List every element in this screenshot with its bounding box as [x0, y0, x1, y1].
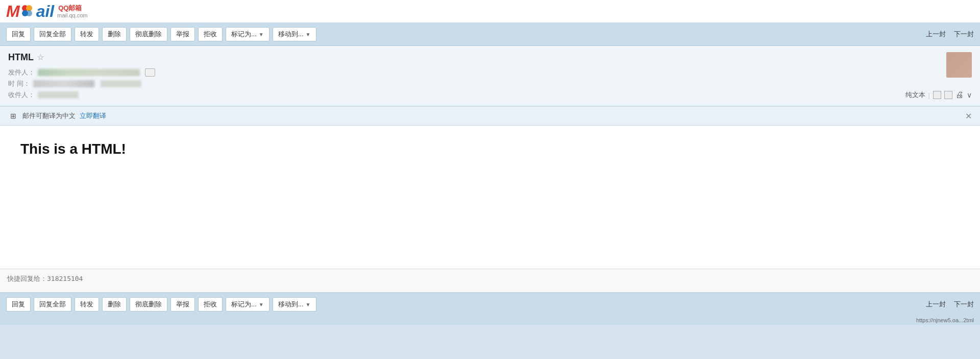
- bottom-next-email-link[interactable]: 下一封: [954, 300, 974, 309]
- bottom-mark-as-button[interactable]: 标记为... ▼: [226, 297, 270, 312]
- view-sep: |: [928, 91, 930, 99]
- report-button[interactable]: 举报: [170, 27, 195, 41]
- reply-button[interactable]: 回复: [6, 27, 31, 41]
- time-extra-blurred: [101, 80, 141, 87]
- email-body-heading: This is a HTML!: [20, 141, 960, 157]
- logo-m: M: [6, 3, 20, 19]
- logo-bar: M ail QQ邮箱 mail.qq.com: [0, 0, 980, 23]
- move-to-chevron: ▼: [306, 32, 311, 37]
- star-icon[interactable]: ☆: [37, 53, 44, 62]
- toolbar-right-nav: 上一封 下一封: [926, 30, 974, 39]
- avatar: [946, 52, 972, 78]
- bottom-reply-all-button[interactable]: 回复全部: [34, 297, 71, 312]
- email-meta: 发件人： 时 间： 收件人：: [8, 68, 972, 100]
- move-to-button[interactable]: 移动到... ▼: [273, 27, 316, 41]
- status-bar: https://njnew5.oa...2tml: [0, 316, 980, 325]
- bottom-delete-perm-button[interactable]: 彻底删除: [130, 297, 167, 312]
- bottom-toolbar-left: 回复 回复全部 转发 删除 彻底删除 举报 拒收 标记为... ▼ 移动到...…: [6, 297, 316, 312]
- next-email-link[interactable]: 下一封: [954, 30, 974, 39]
- move-to-label: 移动到...: [278, 30, 304, 39]
- bottom-move-to-label: 移动到...: [278, 300, 304, 309]
- recipient-row: 收件人：: [8, 90, 972, 100]
- recipient-value-blurred: [38, 91, 79, 99]
- email-wrapper: HTML ☆ 发件人： 时 间： 收件人： 纯文本 |: [0, 46, 980, 293]
- bottom-prev-email-link[interactable]: 上一封: [926, 300, 946, 309]
- bottom-reply-button[interactable]: 回复: [6, 297, 31, 312]
- delete-button[interactable]: 删除: [102, 27, 127, 41]
- time-row: 时 间：: [8, 79, 972, 88]
- toolbar-left-buttons: 回复 回复全部 转发 删除 彻底删除 举报 拒收 标记为... ▼ 移动到...…: [6, 27, 316, 41]
- reply-all-button[interactable]: 回复全部: [34, 27, 71, 41]
- bottom-mark-as-chevron: ▼: [259, 302, 264, 307]
- logo-ail: ail: [36, 3, 55, 19]
- translation-bar: ⊞ 邮件可翻译为中文 立即翻译 ✕: [0, 106, 980, 126]
- sender-row: 发件人：: [8, 68, 972, 77]
- time-value-blurred: [33, 80, 94, 87]
- logo: M ail QQ邮箱 mail.qq.com: [6, 3, 88, 19]
- sender-label: 发件人：: [8, 68, 35, 77]
- top-toolbar: 回复 回复全部 转发 删除 彻底删除 举报 拒收 标记为... ▼ 移动到...…: [0, 23, 980, 46]
- logo-qq-label: QQ邮箱: [58, 4, 87, 12]
- mark-as-button[interactable]: 标记为... ▼: [226, 27, 270, 41]
- time-label: 时 间：: [8, 79, 30, 88]
- mark-as-label: 标记为...: [231, 30, 257, 39]
- logo-domain: mail.qq.com: [57, 12, 87, 18]
- bottom-forward-button[interactable]: 转发: [75, 297, 99, 312]
- recipient-label: 收件人：: [8, 90, 35, 100]
- bottom-mark-as-label: 标记为...: [231, 300, 257, 309]
- email-title-row: HTML ☆: [8, 52, 972, 63]
- sender-card-icon[interactable]: [145, 68, 155, 77]
- logo-icon-circles: [21, 3, 35, 19]
- translation-text: 邮件可翻译为中文: [22, 111, 76, 121]
- view-expand-icon[interactable]: ∨: [967, 91, 972, 99]
- quick-reply-bar: [0, 269, 980, 293]
- translate-link[interactable]: 立即翻译: [80, 111, 106, 121]
- view-options: 纯文本 | 🖨 ∨: [905, 90, 972, 100]
- status-url: https://njnew5.oa...2tml: [916, 317, 974, 323]
- email-body: This is a HTML!: [0, 126, 980, 269]
- delete-perm-button[interactable]: 彻底删除: [130, 27, 167, 41]
- view-icon-2[interactable]: [944, 91, 952, 99]
- bottom-reject-button[interactable]: 拒收: [198, 297, 223, 312]
- view-plain-text[interactable]: 纯文本: [905, 90, 925, 100]
- prev-email-link[interactable]: 上一封: [926, 30, 946, 39]
- reject-button[interactable]: 拒收: [198, 27, 223, 41]
- mark-as-chevron: ▼: [259, 32, 264, 37]
- bottom-delete-button[interactable]: 删除: [102, 297, 127, 312]
- logo-qq-block: QQ邮箱 mail.qq.com: [56, 4, 87, 18]
- translation-close-button[interactable]: ✕: [965, 111, 972, 121]
- translate-icon: ⊞: [8, 111, 18, 121]
- forward-button[interactable]: 转发: [75, 27, 99, 41]
- bottom-move-to-chevron: ▼: [306, 302, 311, 307]
- bottom-toolbar: 回复 回复全部 转发 删除 彻底删除 举报 拒收 标记为... ▼ 移动到...…: [0, 293, 980, 316]
- view-icon-1[interactable]: [933, 91, 941, 99]
- email-subject: HTML: [8, 52, 34, 63]
- view-print-icon[interactable]: 🖨: [955, 90, 964, 100]
- bottom-toolbar-right-nav: 上一封 下一封: [926, 300, 974, 309]
- email-header: HTML ☆ 发件人： 时 间： 收件人： 纯文本 |: [0, 46, 980, 106]
- bottom-report-button[interactable]: 举报: [170, 297, 195, 312]
- bottom-move-to-button[interactable]: 移动到... ▼: [273, 297, 316, 312]
- sender-value-blurred: [38, 69, 140, 76]
- quick-reply-input[interactable]: [0, 269, 980, 291]
